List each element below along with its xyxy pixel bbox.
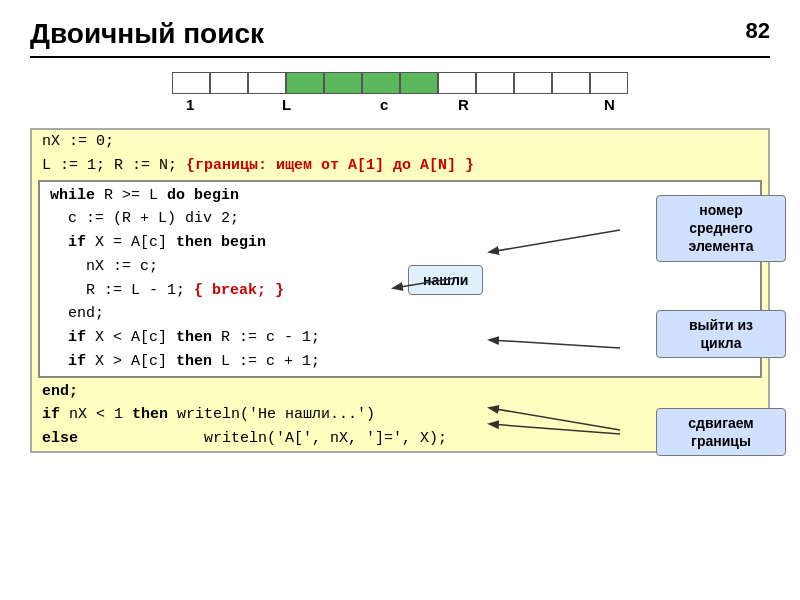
label-L: L xyxy=(282,96,291,113)
code-text: nX := 0; xyxy=(42,133,114,150)
code-line-r: R := L - 1; { break; } xyxy=(40,279,760,303)
page: Двоичный поиск 82 1 L c R N nX := 0; L :… xyxy=(0,0,800,600)
callout-vyjti: выйти изцикла xyxy=(656,310,786,358)
array-cell-3 xyxy=(286,72,324,94)
code-line-nx: nX := c; xyxy=(40,255,760,279)
code-line-end1: end; xyxy=(40,302,760,326)
array-cell-4 xyxy=(324,72,362,94)
code-line-end2: end; xyxy=(32,380,768,404)
array-cell-10 xyxy=(552,72,590,94)
callout-sdvig-text: сдвигаемграницы xyxy=(688,415,753,449)
array-cell-2 xyxy=(248,72,286,94)
page-title: Двоичный поиск xyxy=(30,18,264,50)
label-R: R xyxy=(458,96,469,113)
callout-nomer-text: номер среднегоэлемента xyxy=(689,202,754,254)
code-line-if2: if X < A[c] then R := c - 1; xyxy=(40,326,760,350)
array-cell-5 xyxy=(362,72,400,94)
array-cell-1 xyxy=(210,72,248,94)
array-labels: 1 L c R N xyxy=(172,96,628,118)
array-visualization: 1 L c R N xyxy=(30,72,770,118)
code-line-if3: if X > A[c] then L := c + 1; xyxy=(40,350,760,374)
label-1: 1 xyxy=(186,96,194,113)
header: Двоичный поиск 82 xyxy=(30,18,770,58)
array-cell-7 xyxy=(438,72,476,94)
callout-nomer: номер среднегоэлемента xyxy=(656,195,786,262)
code-line-1: nX := 0; xyxy=(32,130,768,154)
array-cell-8 xyxy=(476,72,514,94)
label-c: c xyxy=(380,96,388,113)
callout-vyjti-text: выйти изцикла xyxy=(689,317,753,351)
page-number: 82 xyxy=(746,18,770,44)
code-line-c: c := (R + L) div 2; xyxy=(40,207,760,231)
while-block: while R >= L do begin c := (R + L) div 2… xyxy=(38,180,762,378)
label-N: N xyxy=(604,96,615,113)
array-cells xyxy=(172,72,628,94)
array-cell-6 xyxy=(400,72,438,94)
array-cell-0 xyxy=(172,72,210,94)
callout-sdvig: сдвигаемграницы xyxy=(656,408,786,456)
code-area: nX := 0; L := 1; R := N; {границы: ищем … xyxy=(30,128,770,453)
code-line-while: while R >= L do begin xyxy=(40,184,760,208)
code-line-if1: if X = A[c] then begin xyxy=(40,231,760,255)
callout-nashli: нашли xyxy=(408,265,483,295)
array-cell-9 xyxy=(514,72,552,94)
code-text: L := 1; R := N; {границы: ищем от A[1] д… xyxy=(42,157,474,174)
code-line-2: L := 1; R := N; {границы: ищем от A[1] д… xyxy=(32,154,768,178)
array-cell-11 xyxy=(590,72,628,94)
